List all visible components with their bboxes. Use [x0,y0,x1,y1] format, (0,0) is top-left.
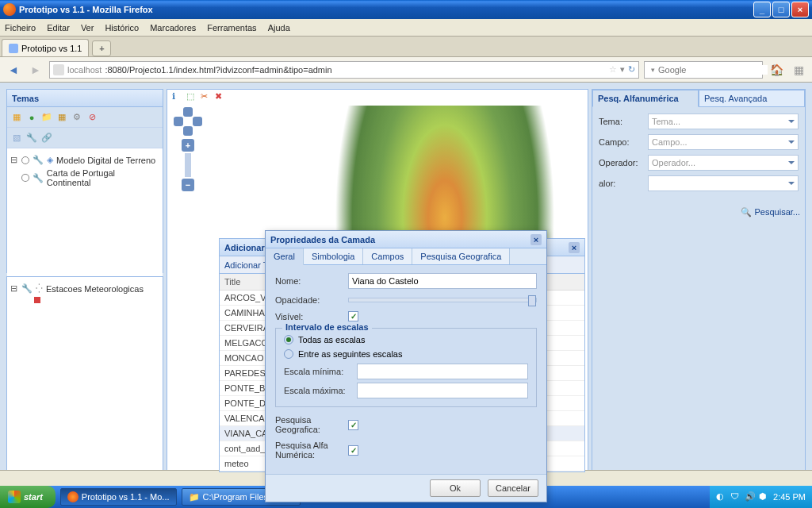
temas-toolbar: ▦ ● 📁 ▦ ⚙ ⊘ [7,107,163,128]
layers-icon[interactable]: ▧ [10,132,23,144]
add-globe-icon[interactable]: ● [25,111,38,124]
pesq-alfa-label: Pesquisa Alfa Numérica: [275,441,342,460]
ok-button[interactable]: Ok [430,479,481,497]
add-folder-icon[interactable]: 📁 [40,111,53,124]
nome-label: Nome: [275,276,342,286]
remove-icon[interactable]: ⊘ [86,111,98,124]
valor-combo[interactable]: . [648,175,799,191]
wrench-icon: 🔧 [33,155,44,165]
pan-control[interactable] [174,107,202,136]
add-wms-icon[interactable]: ▦ [56,111,68,124]
dialog-close-button[interactable]: × [530,234,542,245]
reload-icon[interactable]: ↻ [628,64,635,75]
taskbar-item-firefox[interactable]: Prototipo vs 1.1 - Mo... [60,488,177,506]
menu-help[interactable]: Ajuda [268,23,290,33]
feed-button[interactable]: ▦ [790,61,807,79]
slider-thumb[interactable] [528,295,536,306]
tray-icon[interactable]: ⬢ [759,491,770,502]
start-label: start [24,492,43,502]
zoom-out-button[interactable]: − [182,179,194,191]
visivel-checkbox[interactable]: ✓ [348,311,358,321]
pesq-geo-checkbox[interactable]: ✓ [348,420,358,430]
extent-icon[interactable]: ⬚ [186,91,197,102]
zoom-slider[interactable] [185,153,191,177]
tree-item[interactable]: ⊟ 🔧 ⁛ Estacoes Meteorologicas [10,282,159,295]
clock[interactable]: 2:45 PM [773,492,806,502]
bookmark-star-icon[interactable]: ☆ [609,64,617,75]
radio-todas[interactable] [284,335,293,344]
menu-tools[interactable]: Ferramentas [207,23,256,33]
tab-campos[interactable]: Campos [363,248,412,264]
temas-toolbar-2: ▧ 🔧 🔗 [7,128,163,148]
expand-icon[interactable]: ⊟ [10,155,18,165]
pesq-alfa-checkbox[interactable]: ✓ [348,445,358,456]
tray-icon[interactable]: 🔊 [745,491,756,502]
radio-icon[interactable] [21,156,29,164]
radio-entre[interactable] [284,349,293,359]
menu-history[interactable]: Histórico [105,23,139,33]
menu-bookmarks[interactable]: Marcadores [150,23,196,33]
dialog-header[interactable]: Propriedades da Camada × [266,231,546,248]
legend-swatch [34,297,40,303]
window-maximize-button[interactable]: □ [772,2,790,17]
url-input[interactable] [105,65,606,75]
pan-south-icon[interactable] [183,126,193,136]
cancel-button[interactable]: Cancelar [488,479,538,497]
wms-close-button[interactable]: × [569,242,580,253]
tab-geral[interactable]: Geral [266,248,304,265]
url-bar[interactable]: localhost ☆ ▾ ↻ [49,61,639,79]
link-icon[interactable]: 🔗 [40,132,53,144]
windows-logo-icon [8,491,21,503]
back-button[interactable]: ◄ [5,61,22,79]
window-minimize-button[interactable]: _ [753,2,771,17]
pan-east-icon[interactable] [193,117,202,126]
browser-tab[interactable]: Prototipo vs 1.1 [2,39,89,56]
menu-file[interactable]: Ficheiro [5,23,36,33]
search-input[interactable] [658,65,768,75]
operador-combo[interactable]: Operador... [648,155,799,171]
tab-favicon [9,44,18,53]
start-button[interactable]: start [0,486,56,508]
home-button[interactable]: 🏠 [768,61,785,79]
dialog-title: Propriedades da Camada [270,235,375,244]
tray-icon[interactable]: ◐ [716,491,727,502]
radio-todas-label: Todas as escalas [298,335,365,344]
campo-combo[interactable]: Campo... [648,134,799,150]
forward-button[interactable]: ► [27,61,44,79]
tool-icon[interactable]: ⚙ [71,111,83,124]
menu-view[interactable]: Ver [81,23,94,33]
layer-label: Modelo Digital de Terreno [56,156,155,165]
tab-advanced-search[interactable]: Pesq. Avançada [699,90,805,107]
campo-label: Campo: [599,137,643,147]
zoom-in-button[interactable]: + [182,139,194,152]
pesq-geo-label: Pesquisa Geografica: [275,415,342,434]
escala-max-input[interactable] [357,383,528,398]
menu-edit[interactable]: Editar [47,23,70,33]
radio-icon[interactable] [21,174,29,182]
tab-pesquisa-geo[interactable]: Pesquisa Geografica [412,248,510,264]
opacidade-slider[interactable] [348,298,537,302]
window-close-button[interactable]: × [791,2,809,17]
tray-icon[interactable]: 🛡 [730,491,741,502]
search-bar[interactable]: ▾ 🔍 [644,61,763,79]
wrench-icon[interactable]: 🔧 [25,132,38,144]
nome-input[interactable] [348,273,537,289]
pan-north-icon[interactable] [183,107,193,117]
tree-item[interactable]: ⊟ 🔧 ◈ Modelo Digital de Terreno [10,153,159,167]
window-title: Prototipo vs 1.1 - Mozilla Firefox [19,5,753,14]
add-layer-icon[interactable]: ▦ [10,111,23,124]
pesquisar-link[interactable]: Pesquisar... [592,202,805,222]
expand-icon[interactable]: ⊟ [10,283,18,294]
tab-simbologia[interactable]: Simbologia [304,248,363,264]
new-tab-button[interactable]: + [92,40,111,56]
escala-min-input[interactable] [357,364,528,379]
clear-icon[interactable]: ✖ [215,91,226,102]
temas-panel: Temas ▦ ● 📁 ▦ ⚙ ⊘ ▧ 🔧 🔗 ⊟ 🔧 ◈ [6,89,163,273]
pan-west-icon[interactable] [174,117,183,126]
tab-alpha-search[interactable]: Pesq. Alfanumérica [592,90,699,107]
tema-combo[interactable]: Tema... [648,114,799,129]
info-icon[interactable]: ℹ [172,91,183,102]
tree-item[interactable]: 🔧 Carta de Portugal Continental [10,167,159,189]
bottom-tree-panel: ⊟ 🔧 ⁛ Estacoes Meteorologicas [6,276,163,483]
measure-icon[interactable]: ✂ [201,91,212,102]
